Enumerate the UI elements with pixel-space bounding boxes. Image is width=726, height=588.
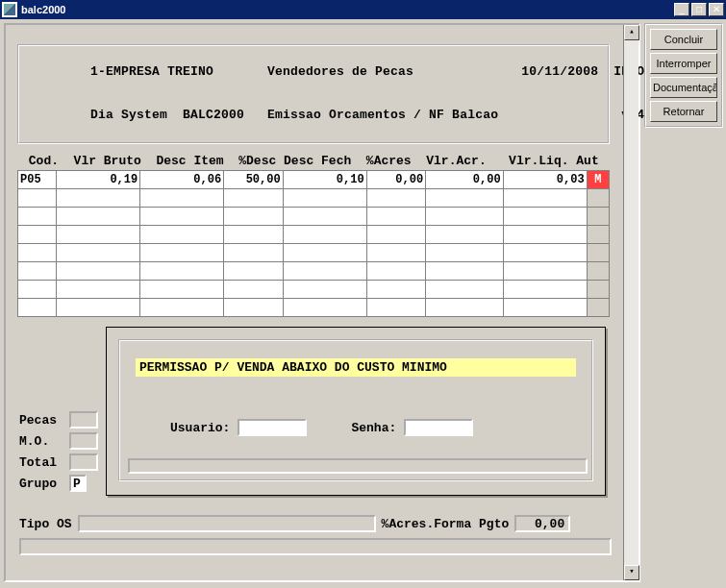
label-mo: M.O. xyxy=(19,434,69,449)
data-grid[interactable]: P050,190,0650,000,100,000,000,03M xyxy=(17,170,610,317)
window-title: balc2000 xyxy=(21,4,674,15)
screen-name-1: Vendedores de Pecas xyxy=(267,64,413,79)
table-row[interactable] xyxy=(18,208,610,226)
label-grupo: Grupo xyxy=(19,477,69,491)
table-row[interactable] xyxy=(18,226,610,244)
header-line1: 1-EMPRESA TREINO Vendedores de Pecas 10/… xyxy=(29,50,598,93)
table-row[interactable] xyxy=(18,262,610,281)
label-senha: Senha: xyxy=(351,421,396,435)
grid-header: Cod. Vlr Bruto Desc Item %Desc Desc Fech… xyxy=(17,154,610,168)
field-mo xyxy=(69,432,98,450)
close-button[interactable]: ✕ xyxy=(709,3,724,16)
label-total: Total xyxy=(19,455,69,470)
totals-panel: Pecas M.O. Total GrupoP xyxy=(19,409,98,494)
header-system: System BALC2000 xyxy=(121,108,244,122)
header-date: 10/11/2008 xyxy=(521,64,598,79)
documentacao-button[interactable]: Documentação xyxy=(650,77,717,98)
header-line2: Dia System BALC2000 Emissao Orcamentos /… xyxy=(29,93,598,136)
table-row[interactable] xyxy=(18,281,610,299)
label-tipo-os: Tipo OS xyxy=(19,517,72,531)
vertical-scrollbar[interactable]: ▴ ▾ xyxy=(623,25,638,580)
company-name: 1-EMPRESA TREINO xyxy=(90,64,213,79)
senha-input[interactable] xyxy=(404,419,473,436)
interromper-button[interactable]: Interromper xyxy=(650,53,717,74)
label-usuario: Usuario: xyxy=(170,421,230,435)
table-row[interactable]: P050,190,0650,000,100,000,000,03M xyxy=(18,171,610,189)
minimize-button[interactable]: _ xyxy=(674,3,689,16)
dialog-status-bar xyxy=(128,458,588,474)
action-panel: Concluir Interromper Documentação Retorn… xyxy=(644,23,723,128)
app-icon xyxy=(2,2,17,17)
label-pecas: Pecas xyxy=(19,413,69,428)
scroll-track[interactable] xyxy=(624,40,638,565)
permission-dialog: PERMISSAO P/ VENDA ABAIXO DO CUSTO MINIM… xyxy=(106,327,606,496)
status-bar xyxy=(19,538,612,555)
screen-name-2: Emissao Orcamentos / NF Balcao xyxy=(267,108,498,122)
header-box: 1-EMPRESA TREINO Vendedores de Pecas 10/… xyxy=(17,44,610,144)
field-pecas xyxy=(69,411,98,429)
field-total xyxy=(69,453,98,471)
table-row[interactable] xyxy=(18,299,610,317)
header-dia: Dia xyxy=(90,108,113,122)
field-acres-pgto: 0,00 xyxy=(514,515,570,532)
field-grupo[interactable]: P xyxy=(69,475,87,492)
table-row[interactable] xyxy=(18,189,610,208)
table-row[interactable] xyxy=(18,244,610,262)
scroll-up-button[interactable]: ▴ xyxy=(624,25,639,40)
scroll-down-button[interactable]: ▾ xyxy=(624,565,639,580)
label-acres-pgto: %Acres.Forma Pgto xyxy=(382,517,510,531)
bottom-bar: Tipo OS %Acres.Forma Pgto 0,00 xyxy=(19,515,570,532)
field-tipo-os xyxy=(78,515,376,532)
usuario-input[interactable] xyxy=(238,419,307,436)
maximize-button[interactable]: □ xyxy=(691,3,707,16)
window-titlebar: balc2000 _ □ ✕ xyxy=(0,0,726,19)
dialog-title: PERMISSAO P/ VENDA ABAIXO DO CUSTO MINIM… xyxy=(136,358,576,377)
concluir-button[interactable]: Concluir xyxy=(650,29,717,50)
retornar-button[interactable]: Retornar xyxy=(650,101,717,122)
main-panel: 1-EMPRESA TREINO Vendedores de Pecas 10/… xyxy=(4,23,640,582)
